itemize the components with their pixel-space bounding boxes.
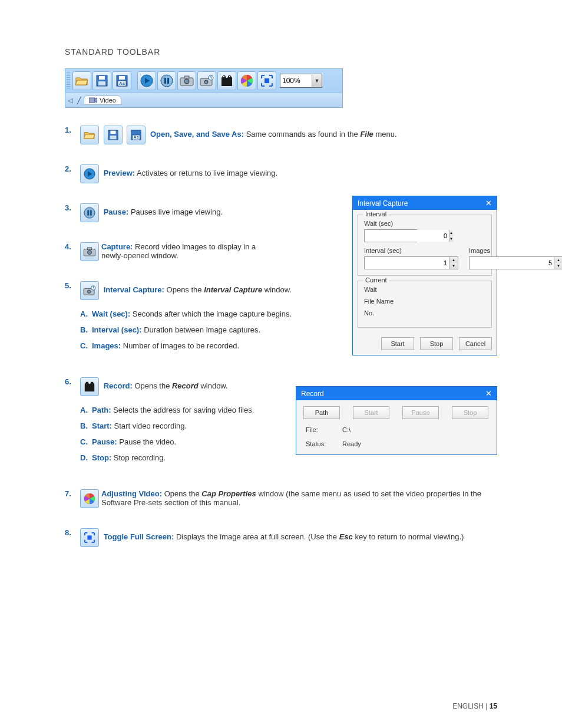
save-icon (104, 126, 123, 144)
status-label: Status: (306, 440, 332, 447)
interval-start-button[interactable]: Start (381, 337, 414, 350)
save-button[interactable] (92, 71, 111, 90)
tab-divider-icon: ╱ (77, 97, 81, 104)
footer-page: 15 (490, 702, 497, 710)
footer-sep: | (484, 702, 490, 710)
capture-icon (80, 242, 99, 261)
svg-rect-23 (89, 98, 95, 103)
preview-icon (80, 164, 99, 183)
item-label: Interval Capture: (104, 285, 164, 294)
svg-point-16 (204, 80, 208, 84)
svg-text:As: As (119, 81, 125, 86)
close-icon[interactable]: ✕ (485, 199, 492, 207)
interval-capture-dialog: Interval Capture ✕ Interval Wait (sec) ▲… (352, 196, 497, 355)
svg-point-13 (184, 79, 189, 84)
zoom-dropdown-button[interactable]: ▼ (312, 75, 322, 87)
item-number: 5. (65, 281, 80, 357)
svg-rect-1 (99, 76, 105, 80)
item-keyword: Esc (339, 532, 353, 541)
wait-input[interactable] (365, 230, 449, 242)
zoom-input[interactable] (280, 74, 312, 87)
svg-rect-22 (265, 78, 269, 83)
images-input[interactable] (470, 257, 554, 269)
item-number: 6. (65, 377, 80, 469)
current-group: Current Wait File Name No. (358, 281, 492, 328)
save-as-button[interactable]: AsAs (113, 71, 131, 90)
svg-rect-10 (164, 78, 166, 84)
interval-capture-button[interactable] (197, 71, 216, 90)
adjusting-video-button[interactable] (237, 71, 256, 90)
item-text: Same commands as found in the (246, 130, 361, 139)
svg-point-35 (87, 250, 91, 254)
interval-spinner[interactable]: ▲▼ (364, 256, 458, 269)
interval-cancel-button[interactable]: Cancel (459, 337, 492, 350)
item-text: Pauses live image viewing. (131, 207, 223, 216)
item-text: key to return to normal viewing.) (355, 532, 464, 541)
svg-point-31 (84, 207, 95, 218)
item-label: Open, Save, and Save As: (150, 130, 244, 139)
images-spinner[interactable]: ▲▼ (469, 256, 562, 269)
adjusting-video-icon (80, 489, 99, 508)
item-text: window. (265, 285, 292, 294)
sub-item: A.Path: Selects the address for saving v… (80, 406, 292, 414)
dialog-title: Interval Capture (358, 199, 408, 207)
status-value: Ready (342, 440, 361, 447)
interval-label: Interval (sec) (364, 247, 458, 254)
item-label: Pause: (104, 207, 129, 216)
svg-rect-4 (119, 76, 125, 80)
record-start-button[interactable]: Start (353, 406, 389, 419)
spin-down-icon[interactable]: ▼ (554, 263, 562, 269)
item-keyword: Cap Properties (201, 489, 256, 498)
svg-rect-33 (90, 210, 92, 215)
list-item: 7. Adjusting Video: Opens the Cap Proper… (65, 489, 497, 508)
preview-button[interactable] (137, 71, 156, 90)
record-path-button[interactable]: Path (303, 406, 340, 419)
group-legend: Interval (363, 210, 389, 218)
record-pause-button[interactable]: Pause (402, 406, 439, 419)
images-label: Images (469, 247, 562, 254)
item-text: Opens the (167, 285, 204, 294)
spin-up-icon[interactable]: ▲ (449, 230, 453, 236)
list-item: 1. As Open, Save, and Save As: Same comm… (65, 126, 497, 144)
close-icon[interactable]: ✕ (485, 389, 492, 398)
tab-prev-icon[interactable]: ◁ (68, 97, 72, 104)
item-label: Preview: (104, 169, 135, 177)
item-text: Opens the (134, 381, 172, 390)
section-heading: STANDARD TOOLBAR (65, 47, 497, 57)
wait-spinner[interactable]: ▲▼ (364, 229, 417, 242)
svg-rect-40 (85, 384, 94, 391)
file-label: File: (306, 426, 332, 433)
save-as-icon: As (127, 126, 146, 144)
record-stop-button[interactable]: Stop (452, 406, 488, 419)
svg-rect-32 (87, 210, 89, 215)
video-tab-icon (89, 97, 97, 104)
spin-up-icon[interactable]: ▲ (449, 257, 458, 263)
item-text: menu. (375, 130, 396, 139)
svg-point-38 (87, 290, 90, 293)
pause-button[interactable] (157, 71, 176, 90)
record-button[interactable] (217, 71, 236, 90)
pause-icon (80, 203, 99, 222)
item-number: 2. (65, 164, 80, 183)
item-number: 1. (65, 126, 80, 144)
svg-point-9 (161, 75, 173, 87)
spin-down-icon[interactable]: ▼ (449, 263, 458, 269)
open-button[interactable] (72, 71, 91, 90)
sub-item: D.Stop: Stop recording. (80, 453, 292, 462)
capture-button[interactable] (177, 71, 196, 90)
item-keyword: File (360, 130, 373, 139)
record-icon (80, 377, 99, 396)
dialog-titlebar: Record ✕ (296, 387, 497, 400)
zoom-combo[interactable]: ▼ (280, 74, 322, 88)
item-text: Opens the (164, 489, 202, 498)
spin-down-icon[interactable]: ▼ (449, 236, 453, 242)
item-number: 4. (65, 242, 80, 261)
interval-input[interactable] (365, 257, 449, 269)
fullscreen-button[interactable] (257, 71, 276, 90)
current-file-label: File Name (364, 298, 485, 305)
interval-stop-button[interactable]: Stop (420, 337, 453, 350)
spin-up-icon[interactable]: ▲ (554, 257, 562, 263)
item-label: Toggle Full Screen: (104, 532, 174, 541)
video-tab[interactable]: Video (84, 95, 121, 105)
group-legend: Current (363, 276, 389, 284)
